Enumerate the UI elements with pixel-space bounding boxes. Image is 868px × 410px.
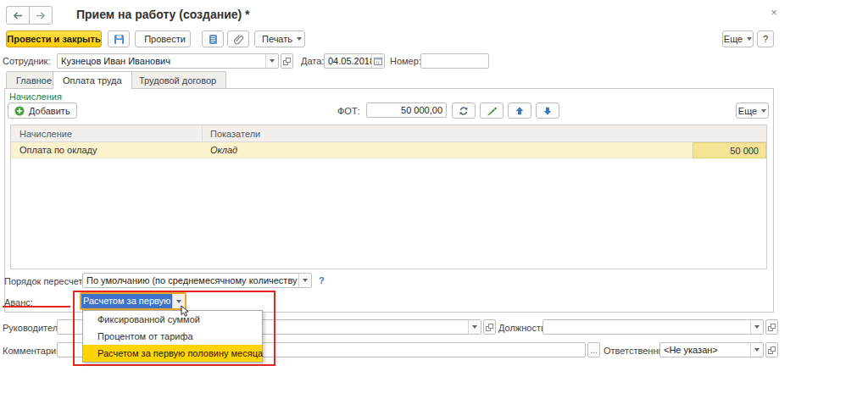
fot-input[interactable]: 50 000,00	[366, 102, 447, 118]
help-button[interactable]: ?	[757, 30, 774, 47]
fot-label: ФОТ:	[337, 106, 360, 116]
arrow-down-icon	[542, 106, 553, 116]
fot-value: 50 000,00	[367, 103, 446, 117]
open-link-icon	[768, 346, 776, 354]
chevron-down-icon	[754, 325, 760, 329]
row-amount-cell[interactable]: 50 000	[693, 142, 766, 158]
advance-select[interactable]: Расчетом за первую поло	[80, 292, 186, 310]
row-accrual: Оплата по окладу	[19, 145, 97, 155]
chevron-down-icon	[472, 325, 477, 329]
print-button[interactable]: Печать	[254, 30, 305, 47]
open-link-icon	[768, 324, 776, 331]
date-picker-button[interactable]	[371, 54, 384, 68]
chevron-down-icon	[176, 300, 181, 303]
open-link-icon	[486, 324, 493, 331]
responsible-open-button[interactable]	[765, 342, 778, 357]
document-journal-button[interactable]	[202, 30, 224, 47]
post-and-close-button[interactable]: Провести и закрыть	[6, 30, 102, 47]
manager-dropdown-button[interactable]	[468, 320, 481, 334]
refresh-icon	[459, 106, 469, 116]
manager-label: Руководитель:	[3, 323, 65, 333]
more-button-top[interactable]: Еще	[722, 30, 754, 47]
tab-contract[interactable]: Трудовой договор	[129, 71, 226, 89]
nav-buttons	[6, 6, 53, 25]
employee-value: Кузнецов Иван Иванович	[58, 54, 265, 68]
chevron-down-icon	[754, 348, 760, 352]
recalc-order-dropdown-button[interactable]	[298, 274, 311, 287]
save-button[interactable]	[108, 30, 130, 47]
advance-label: Аванс:	[4, 297, 33, 308]
number-input[interactable]	[420, 53, 489, 69]
post-button-label: Провести	[144, 34, 186, 44]
calendar-icon	[374, 57, 382, 65]
advance-dropdown-button[interactable]	[172, 294, 185, 308]
comment-ellipsis-button[interactable]: ...	[587, 342, 600, 357]
pencil-icon	[487, 106, 497, 116]
chevron-down-icon	[270, 59, 275, 63]
accruals-section-title: Начисления	[9, 91, 62, 102]
more-top-caret-icon	[747, 37, 752, 41]
column-divider	[202, 125, 203, 142]
row-indicators: Оклад	[210, 145, 237, 155]
position-input[interactable]	[542, 319, 764, 335]
comment-label: Комментарий:	[3, 346, 64, 356]
save-icon	[114, 34, 125, 45]
number-value	[421, 54, 488, 68]
employee-label: Сотрудник:	[3, 56, 51, 66]
advance-option-fixed[interactable]: Фиксированной суммой	[83, 311, 262, 328]
col-indicators: Показатели	[210, 129, 260, 139]
edit-fot-button[interactable]	[480, 102, 504, 119]
advance-option-percent[interactable]: Процентом от тарифа	[83, 328, 262, 345]
position-open-button[interactable]	[765, 319, 778, 335]
add-accrual-label: Добавить	[29, 106, 70, 116]
position-dropdown-button[interactable]	[750, 320, 763, 334]
manager-open-button[interactable]	[483, 319, 496, 335]
recalc-order-value: По умолчанию (по среднемесячному количес…	[83, 274, 298, 287]
attachments-button[interactable]	[227, 30, 249, 47]
post-button[interactable]: Провести	[135, 30, 191, 47]
employee-input[interactable]: Кузнецов Иван Иванович	[57, 53, 279, 69]
move-up-button[interactable]	[508, 102, 531, 119]
advance-option-first-half[interactable]: Расчетом за первую половину месяца	[83, 345, 262, 362]
close-icon[interactable]: ×	[765, 3, 782, 20]
number-label: Номер:	[390, 56, 421, 66]
advance-options-list: Фиксированной суммой Процентом от тарифа…	[82, 310, 263, 363]
position-value	[543, 320, 750, 334]
arrow-up-icon	[515, 106, 525, 116]
more-accruals-label: Еще	[738, 106, 757, 116]
refresh-fot-button[interactable]	[452, 102, 476, 119]
table-row[interactable]: Оплата по окладу Оклад 50 000	[11, 142, 766, 158]
more-button-accruals[interactable]: Еще	[736, 102, 769, 119]
date-value: 04.05.2018	[325, 54, 371, 68]
back-arrow-icon	[13, 11, 23, 20]
print-button-label: Печать	[262, 34, 292, 44]
more-button-top-label: Еще	[724, 34, 743, 44]
responsible-select[interactable]: <Не указан>	[659, 342, 764, 357]
back-button[interactable]	[6, 6, 30, 25]
accruals-table-header: Начисление Показатели	[11, 125, 766, 142]
col-accrual: Начисление	[19, 129, 72, 139]
paperclip-icon	[233, 34, 244, 45]
page-title: Прием на работу (создание) *	[76, 8, 250, 21]
responsible-dropdown-button[interactable]	[750, 343, 763, 357]
accruals-table: Начисление Показатели Оплата по окладу О…	[10, 125, 767, 269]
employee-open-button[interactable]	[281, 53, 293, 69]
open-link-icon	[283, 58, 291, 65]
tab-pay[interactable]: Оплата труда	[53, 71, 132, 89]
recalc-order-select[interactable]: По умолчанию (по среднемесячному количес…	[82, 273, 312, 288]
forward-button[interactable]	[29, 6, 53, 25]
employee-dropdown-button[interactable]	[265, 54, 278, 68]
recalc-help-link[interactable]: ?	[319, 275, 325, 285]
position-label: Должность:	[498, 323, 548, 333]
plus-circle-icon	[14, 106, 25, 116]
advance-selected-text: Расчетом за первую поло	[81, 294, 172, 308]
date-input[interactable]: 04.05.2018	[324, 53, 385, 69]
forward-arrow-icon	[36, 11, 46, 20]
add-accrual-button[interactable]: Добавить	[8, 102, 77, 119]
print-caret-icon	[297, 37, 302, 41]
document-list-icon	[209, 34, 218, 45]
more-accruals-caret-icon	[761, 109, 766, 113]
responsible-value: <Не указан>	[660, 343, 750, 357]
move-down-button[interactable]	[536, 102, 559, 119]
chevron-down-icon	[303, 279, 308, 282]
